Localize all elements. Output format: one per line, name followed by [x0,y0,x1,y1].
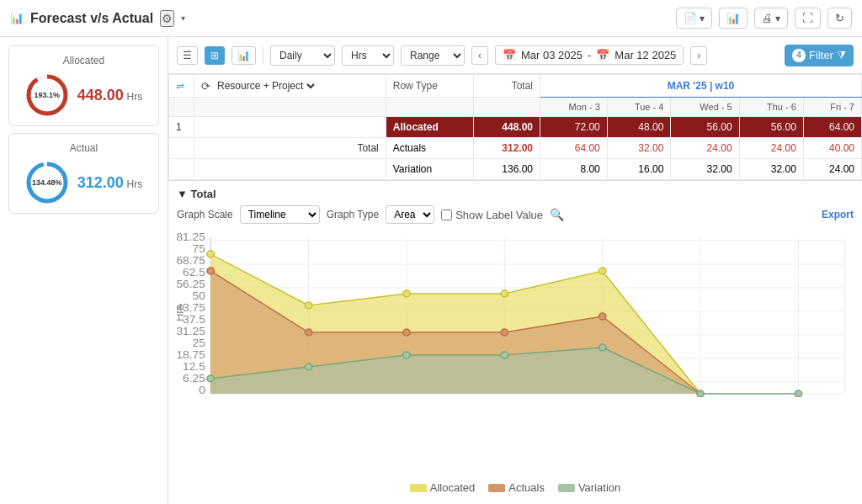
svg-point-47 [599,313,605,320]
app-icon: 📊 [10,12,24,24]
pdf-button[interactable]: 📄 ▾ [676,8,712,29]
chart-search-button[interactable]: 🔍 [550,208,564,221]
excel-icon: 📊 [726,12,740,24]
row-empty-3 [194,159,386,180]
variation-tue: 16.00 [607,159,671,180]
allocated-tue: 48.00 [607,117,671,138]
svg-text:Hrs: Hrs [177,305,187,322]
toolbar: ☰ ⊞ 📊 Daily Weekly Monthly Hrs Days Rang… [168,37,862,74]
allocated-title: Allocated [18,55,150,66]
filter-icon: ⧩ [837,49,846,62]
variation-wed: 32.00 [671,159,739,180]
export-button[interactable]: Export [822,209,854,220]
prev-date-btn[interactable]: ‹ [471,46,488,65]
range-select[interactable]: Range Custom [401,45,465,66]
actuals-mon: 64.00 [540,138,608,159]
graph-type-select[interactable]: Area Line Bar [386,205,434,224]
actual-title: Actual [18,142,150,154]
legend-label-actuals: Actuals [508,481,545,494]
svg-text:Mar 04 2025: Mar 04 2025 [276,395,341,397]
date-start: Mar 03 2025 [521,49,583,61]
svg-text:Mar 09 2025: Mar 09 2025 [766,395,831,397]
svg-point-50 [403,352,410,358]
fullscreen-button[interactable]: ⛶ [795,8,821,29]
filter-button[interactable]: 4 Filter ⧩ [785,45,854,66]
variation-fri: 24.00 [803,159,861,180]
variation-thu: 32.00 [739,159,803,180]
metrics-panel: Allocated 193.1% 448.00 Hrs [0,37,168,504]
chart-legend: Allocated Actuals Variation [177,478,854,497]
resource-icon: ⟳ [201,80,210,93]
svg-point-44 [305,329,311,336]
actual-card: Actual 134.48% 312.00 Hrs [8,133,159,214]
allocated-mon: 72.00 [540,117,608,138]
svg-point-51 [501,352,508,358]
allocated-total: 448.00 [474,117,540,138]
legend-color-allocated [410,484,427,492]
graph-scale-label: Graph Scale [177,209,233,220]
col-resource[interactable]: ⟳ Resource + Project [194,75,386,98]
svg-text:Mar 06 2025: Mar 06 2025 [472,395,537,397]
svg-text:75: 75 [193,242,205,255]
allocated-value: 448.00 [77,87,124,103]
legend-allocated: Allocated [410,481,475,494]
hrs-select[interactable]: Hrs Days [342,45,394,66]
svg-point-38 [207,251,214,257]
resource-select[interactable]: Resource + Project [214,79,317,93]
svg-point-42 [599,268,605,274]
row-type-allocated: Allocated [386,117,473,138]
svg-point-40 [403,290,410,297]
col-week: MAR '25 | w10 [540,75,862,98]
th-fri: Fri - 7 [803,98,861,117]
legend-color-variation [558,484,575,492]
next-date-btn[interactable]: › [690,46,707,65]
row-type-variation: Variation [386,159,473,180]
calendar-icon-end: 📅 [596,49,609,61]
allocated-pct: 193.1% [35,91,61,99]
chart-view-btn[interactable]: 📊 [231,46,256,65]
settings-icon[interactable]: ⚙ [160,10,174,27]
toolbar-divider [263,47,263,64]
fullscreen-icon: ⛶ [802,12,813,24]
col-sort[interactable]: ⇌ [169,75,194,98]
row-id-3 [169,159,194,180]
svg-point-52 [599,344,605,351]
print-button[interactable]: 🖨 ▾ [754,8,788,29]
row-id-2 [169,138,194,159]
svg-point-41 [501,290,508,297]
row-empty [194,117,386,138]
refresh-icon: ↻ [835,12,844,24]
show-label-checkbox[interactable] [441,210,452,220]
sort-button[interactable]: ⇌ [176,80,184,92]
svg-text:18.75: 18.75 [177,348,205,361]
svg-point-39 [305,302,311,309]
legend-label-allocated: Allocated [430,481,475,494]
svg-text:81.25: 81.25 [177,231,205,243]
svg-point-43 [207,268,214,274]
forecast-table: ⇌ ⟳ Resource + Project Row Type [168,74,862,180]
daily-select[interactable]: Daily Weekly Monthly [270,45,335,66]
grid-view-btn[interactable]: ⊞ [205,46,225,65]
excel-button[interactable]: 📊 [719,8,748,29]
show-label-checkbox-container[interactable]: Show Label Value [441,209,543,221]
chart-svg: 81.25 75 68.75 62.5 56.25 50 43.75 37.5 … [177,229,854,397]
date-range: 📅 Mar 03 2025 - 📅 Mar 12 2025 [495,45,684,65]
th-mon: Mon - 3 [540,98,608,117]
chart-area: 81.25 75 68.75 62.5 56.25 50 43.75 37.5 … [177,229,854,478]
graph-scale-select[interactable]: Timeline Logarithmic [240,205,320,224]
svg-text:62.5: 62.5 [183,266,205,279]
allocated-wed: 56.00 [671,117,739,138]
row-type-actuals: Actuals [386,138,473,159]
title-dropdown-arrow[interactable]: ▾ [181,13,185,23]
filter-label: Filter [809,49,833,61]
right-panel: ☰ ⊞ 📊 Daily Weekly Monthly Hrs Days Rang… [168,37,862,504]
refresh-button[interactable]: ↻ [827,8,852,29]
svg-point-48 [207,375,214,382]
actuals-fri: 40.00 [803,138,861,159]
svg-text:6.25: 6.25 [183,372,205,385]
svg-text:56.25: 56.25 [177,278,205,290]
actual-value: 312.00 [77,174,124,191]
svg-text:Mar 08 2025: Mar 08 2025 [668,395,732,397]
list-view-btn[interactable]: ☰ [177,46,198,65]
allocated-thu: 56.00 [739,117,803,138]
